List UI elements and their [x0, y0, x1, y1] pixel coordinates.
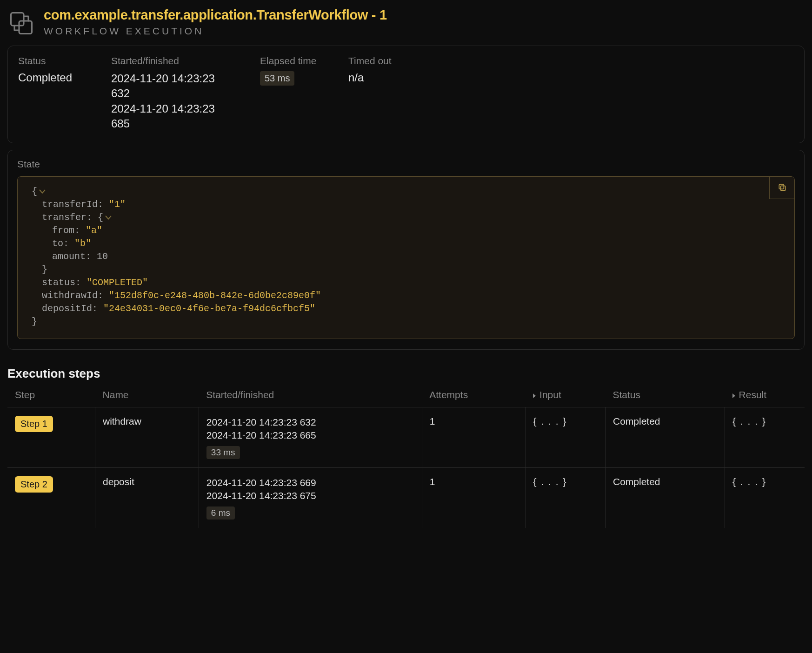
json-line[interactable]: transfer: {	[42, 211, 784, 224]
json-line: transferId: "1"	[42, 198, 784, 211]
json-line[interactable]: {	[32, 185, 784, 198]
status-label: Status	[18, 55, 83, 67]
elapsed-label: Elapsed time	[260, 55, 320, 67]
col-attempts: Attempts	[422, 386, 526, 407]
step-input[interactable]: { . . . }	[533, 476, 567, 487]
step-attempts: 1	[422, 407, 526, 468]
step-started: 2024-11-20 14:23:23 632	[206, 416, 414, 429]
json-line: depositId: "24e34031-0ec0-4f6e-be7a-f94d…	[42, 302, 784, 315]
state-json-viewer: { transferId: "1" transfer: { from: "a" …	[17, 176, 795, 340]
col-result[interactable]: Result	[725, 386, 805, 407]
table-row: Step 1 withdraw 2024-11-20 14:23:23 632 …	[7, 407, 805, 468]
step-result[interactable]: { . . . }	[732, 416, 766, 426]
caret-right-icon	[732, 393, 735, 398]
col-name: Name	[95, 386, 199, 407]
step-elapsed: 6 ms	[206, 506, 235, 520]
json-line: }	[42, 263, 784, 276]
step-name: withdraw	[95, 407, 199, 468]
page-title: com.example.transfer.application.Transfe…	[44, 7, 387, 23]
json-line: }	[32, 315, 784, 328]
caret-right-icon	[533, 393, 536, 398]
col-input[interactable]: Input	[526, 386, 605, 407]
json-line: status: "COMPLETED"	[42, 276, 784, 289]
col-step: Step	[7, 386, 95, 407]
state-label: State	[17, 159, 795, 170]
svg-rect-1	[19, 21, 32, 34]
json-line: amount: 10	[52, 250, 784, 263]
step-finished: 2024-11-20 14:23:23 675	[206, 489, 414, 502]
col-status: Status	[605, 386, 725, 407]
page-header: com.example.transfer.application.Transfe…	[7, 7, 805, 37]
step-result[interactable]: { . . . }	[732, 476, 766, 487]
step-finished: 2024-11-20 14:23:23 665	[206, 429, 414, 442]
finished-value: 2024-11-20 14:23:23 685	[111, 101, 232, 132]
workflow-icon	[7, 9, 35, 37]
summary-card: Status Completed Started/finished 2024-1…	[7, 46, 805, 143]
table-row: Step 2 deposit 2024-11-20 14:23:23 669 2…	[7, 467, 805, 527]
step-attempts: 1	[422, 467, 526, 527]
step-status: Completed	[605, 467, 725, 527]
chevron-down-icon[interactable]	[39, 185, 46, 198]
col-started: Started/finished	[199, 386, 422, 407]
step-name: deposit	[95, 467, 199, 527]
steps-table: Step Name Started/finished Attempts Inpu…	[7, 386, 805, 527]
svg-rect-2	[780, 186, 785, 191]
step-status: Completed	[605, 407, 725, 468]
json-line: withdrawId: "152d8f0c-e248-480b-842e-6d0…	[42, 289, 784, 302]
step-chip[interactable]: Step 1	[15, 416, 53, 432]
json-line: from: "a"	[52, 224, 784, 237]
json-line: to: "b"	[52, 237, 784, 250]
step-elapsed: 33 ms	[206, 446, 240, 459]
started-value: 2024-11-20 14:23:23 632	[111, 71, 232, 101]
steps-title: Execution steps	[7, 366, 805, 381]
step-chip[interactable]: Step 2	[15, 476, 53, 493]
page-subtitle: WORKFLOW EXECUTION	[44, 26, 387, 37]
copy-button[interactable]	[769, 177, 794, 199]
step-input[interactable]: { . . . }	[533, 416, 567, 426]
table-header-row: Step Name Started/finished Attempts Inpu…	[7, 386, 805, 407]
timeout-value: n/a	[348, 71, 392, 84]
status-value: Completed	[18, 71, 83, 84]
timeout-label: Timed out	[348, 55, 392, 67]
svg-rect-0	[11, 13, 24, 26]
elapsed-value: 53 ms	[260, 71, 294, 86]
state-card: State { transferId: "1" transfer: { from…	[7, 150, 805, 350]
chevron-down-icon[interactable]	[105, 211, 112, 224]
svg-rect-3	[779, 184, 784, 189]
step-started: 2024-11-20 14:23:23 669	[206, 476, 414, 489]
started-finished-label: Started/finished	[111, 55, 232, 67]
